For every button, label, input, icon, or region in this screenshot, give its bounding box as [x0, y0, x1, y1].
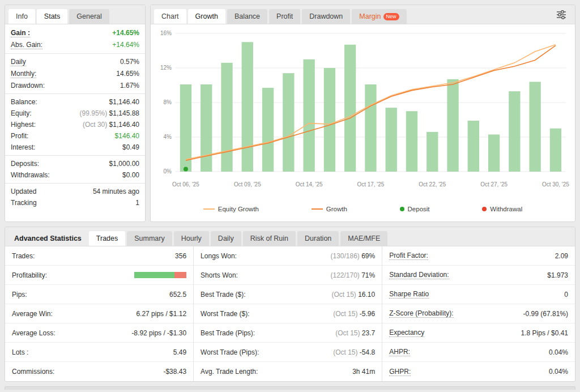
stat-label: Average Win: [12, 310, 53, 318]
stat-value: 54 minutes ago [93, 188, 139, 195]
svg-text:Oct 27, '25: Oct 27, '25 [480, 181, 508, 188]
stat-label: Drawdown: [11, 82, 45, 90]
advanced-statistics-panel: Advanced Statistics Trades Summary Hourl… [5, 227, 575, 382]
stat-value-main: $1,145.88 [109, 109, 139, 117]
stat-value-prefix: (Oct 15) [335, 329, 360, 337]
stat-value: 14.65% [116, 70, 139, 78]
stat-value: (Oct 30) $1,146.40 [83, 121, 139, 129]
stat-label: Worst Trade ($): [201, 310, 249, 318]
svg-text:8%: 8% [163, 99, 172, 105]
equity-growth-line-swatch [203, 208, 215, 210]
stat-row-abs-gain: Abs. Gain: +14.64% [11, 39, 139, 51]
legend-equity-growth: Equity Growth [203, 206, 259, 212]
legend-withdrawal: Withdrawal [482, 206, 522, 212]
tab-margin[interactable]: Margin New [352, 9, 406, 24]
tab-balance[interactable]: Balance [227, 9, 267, 24]
stat-value-prefix: (130/186) [330, 252, 359, 260]
stat-value-prefix: (Oct 15) [333, 348, 357, 356]
chart-panel: Chart Growth Balance Profit Drawdown Mar… [150, 5, 575, 222]
stat-value: $1.973 [547, 271, 568, 279]
tab-summary[interactable]: Summary [127, 231, 172, 246]
stat-label: Longs Won: [201, 252, 237, 260]
stat-label: Deposits: [11, 160, 39, 168]
stat-label: Commissions: [12, 368, 54, 376]
row-average-win: Average Win: 6.27 pips / $1.12 [5, 304, 193, 323]
stat-row-monthly: Monthly: 14.65% [11, 68, 139, 80]
svg-text:0%: 0% [163, 168, 172, 174]
tab-chart[interactable]: Chart [154, 9, 186, 24]
divider [5, 93, 145, 94]
stat-row-interest: Interest: $0.49 [11, 142, 139, 153]
tab-trades[interactable]: Trades [89, 231, 125, 246]
stat-label: Gain : [11, 29, 30, 37]
tab-profit[interactable]: Profit [269, 9, 300, 24]
stat-value: -8.92 pips / -$1.30 [131, 329, 186, 337]
legend-label: Deposit [408, 206, 430, 212]
row-pips: Pips: 652.5 [5, 285, 193, 304]
tab-risk-of-ruin[interactable]: Risk of Ruin [243, 231, 296, 246]
stat-value: $1,146.40 [109, 98, 139, 106]
stat-label: Best Trade (Pips): [201, 329, 255, 337]
stat-value: 5.49 [173, 348, 186, 356]
tab-stats[interactable]: Stats [37, 9, 68, 24]
tab-daily[interactable]: Daily [211, 231, 241, 246]
trades-stats-table: Trades: 356 Profitability: Pips: 652.5 A… [5, 246, 575, 381]
tab-drawdown[interactable]: Drawdown [302, 9, 350, 24]
tab-growth[interactable]: Growth [188, 9, 225, 24]
tab-general[interactable]: General [69, 9, 109, 24]
legend-label: Withdrawal [490, 206, 522, 212]
stat-label: Profit Factor: [389, 252, 428, 260]
stat-label: Standard Deviation: [389, 271, 449, 279]
svg-text:4%: 4% [163, 134, 172, 140]
stat-value: 0.04% [549, 368, 568, 376]
svg-text:Oct 14, '25: Oct 14, '25 [296, 181, 323, 188]
stat-value: +14.65% [112, 29, 139, 37]
stat-value: 6.27 pips / $1.12 [136, 310, 186, 318]
next-section-edge [5, 386, 575, 390]
stat-row-profit: Profit: $146.40 [11, 130, 139, 142]
growth-line-swatch [312, 208, 323, 210]
stat-value: (Oct 15) 23.7 [335, 329, 375, 337]
profitability-win-segment [134, 272, 174, 278]
row-longs-won: Longs Won: (130/186) 69% [194, 246, 382, 266]
legend-label: Equity Growth [218, 206, 259, 212]
growth-chart[interactable]: 0%4%8%12%16%Oct 06, '25Oct 09, '25Oct 14… [151, 24, 575, 199]
chart-legend: Equity Growth Growth Deposit Withdrawal [151, 199, 575, 219]
stat-value-main: $1,146.40 [109, 121, 139, 129]
stat-value: (Oct 15) -54.8 [333, 348, 375, 356]
stat-label: AHPR: [389, 348, 410, 356]
tab-duration[interactable]: Duration [297, 231, 339, 246]
stat-label: Tracking [11, 199, 37, 207]
svg-text:Oct 17, '25: Oct 17, '25 [357, 181, 385, 188]
stat-value: 356 [175, 252, 186, 260]
svg-text:16%: 16% [160, 30, 172, 36]
divider [5, 155, 145, 156]
svg-text:12%: 12% [160, 65, 172, 71]
stat-row-tracking: Tracking 1 [11, 197, 139, 208]
profitability-bar [134, 272, 186, 278]
stat-value-main: 16.10 [358, 291, 375, 299]
advanced-stats-tabbar: Advanced Statistics Trades Summary Hourl… [5, 227, 575, 246]
stat-value: 1 [135, 199, 139, 207]
chart-settings-icon[interactable] [556, 9, 567, 20]
stat-value: (99.95%) $1,145.88 [80, 109, 139, 117]
tab-hourly[interactable]: Hourly [174, 231, 209, 246]
tab-info[interactable]: Info [8, 9, 35, 24]
row-standard-deviation: Standard Deviation: $1.973 [382, 266, 575, 285]
stat-label: Expectancy [389, 329, 424, 337]
stats-tabbar: Info Stats General [5, 5, 145, 24]
stat-row-deposits: Deposits: $1,000.00 [11, 158, 139, 169]
svg-text:Oct 06, '25: Oct 06, '25 [172, 181, 199, 188]
tab-mae-mfe[interactable]: MAE/MFE [340, 231, 387, 246]
legend-deposit: Deposit [400, 206, 430, 212]
stat-value-prefix: (Oct 30) [83, 121, 107, 129]
stat-label: Sharpe Ratio [389, 290, 429, 299]
stat-value: 652.5 [169, 291, 186, 299]
stat-row-equity: Equity: (99.95%) $1,145.88 [11, 108, 139, 119]
stat-value: $1,000.00 [109, 160, 139, 168]
stat-row-balance: Balance: $1,146.40 [11, 96, 139, 108]
svg-text:Oct 30, '25: Oct 30, '25 [542, 181, 569, 188]
stat-label: Worst Trade (Pips): [201, 348, 259, 356]
stat-value-main: 23.7 [362, 329, 375, 337]
svg-text:Oct 22, '25: Oct 22, '25 [419, 181, 446, 188]
